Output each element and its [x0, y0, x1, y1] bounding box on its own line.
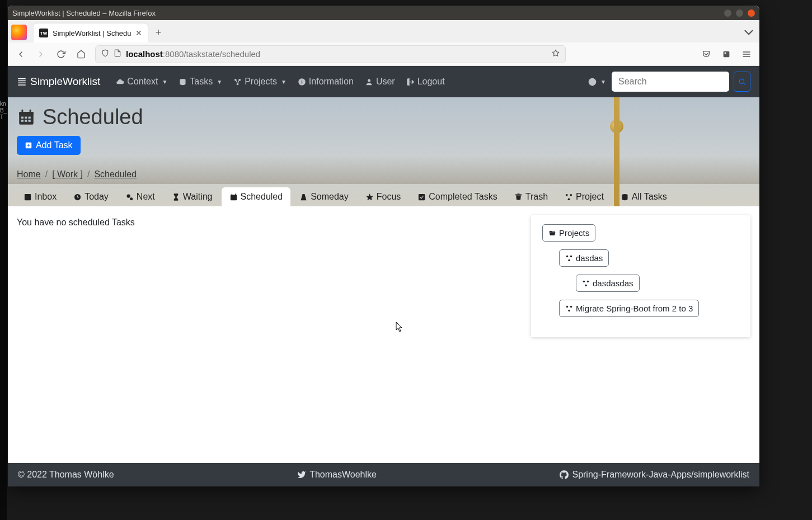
- tab-focus[interactable]: Focus: [358, 187, 409, 206]
- svg-point-59: [568, 309, 570, 311]
- tab-all[interactable]: All Tasks: [613, 187, 675, 206]
- empty-state-text: You have no scheduled Tasks: [8, 206, 531, 464]
- project-node-icon: [565, 254, 573, 262]
- svg-rect-26: [30, 109, 31, 113]
- svg-rect-2: [725, 52, 726, 54]
- svg-point-49: [568, 198, 570, 200]
- nav-context-dropdown[interactable]: Context▼: [110, 66, 173, 97]
- browser-tab-active[interactable]: TW SimpleWorklist | Schedule ✕: [34, 23, 148, 42]
- tab-trash[interactable]: Trash: [506, 187, 556, 206]
- svg-point-51: [566, 255, 569, 257]
- new-tab-button[interactable]: +: [151, 25, 166, 40]
- svg-rect-40: [230, 195, 236, 200]
- footer-github-link[interactable]: Spring-Framework-Java-Apps/simpleworklis…: [560, 470, 749, 480]
- site-info-icon[interactable]: [114, 49, 121, 59]
- tab-next[interactable]: Next: [118, 187, 163, 206]
- add-task-button[interactable]: Add Task: [17, 136, 81, 155]
- svg-line-22: [744, 83, 745, 85]
- clock-icon: [73, 193, 82, 201]
- brand-link[interactable]: SimpleWorklist: [17, 75, 100, 88]
- footer-twitter-link[interactable]: ThomasWoehlke: [297, 470, 377, 480]
- bookmark-star-icon[interactable]: [552, 49, 560, 59]
- window-close-button[interactable]: [748, 10, 755, 17]
- star-icon: [365, 193, 374, 201]
- svg-point-47: [566, 193, 568, 196]
- app-menu-button[interactable]: [738, 46, 755, 63]
- tab-close-icon[interactable]: ✕: [135, 29, 142, 37]
- nav-logout-link[interactable]: Logout: [401, 66, 450, 97]
- svg-rect-44: [419, 193, 425, 200]
- window-maximize-button[interactable]: [736, 10, 743, 17]
- tracking-shield-icon[interactable]: [101, 49, 109, 59]
- nav-reload-button[interactable]: [53, 46, 69, 63]
- svg-rect-42: [235, 193, 236, 195]
- navbar-search-button[interactable]: [734, 72, 750, 92]
- pocket-button[interactable]: [698, 46, 715, 63]
- page-title: Scheduled: [17, 105, 750, 129]
- svg-point-38: [126, 194, 130, 197]
- github-icon: [560, 470, 569, 479]
- nav-back-button[interactable]: [12, 46, 29, 63]
- project-node-icon: [582, 280, 590, 287]
- url-text: localhost:8080/taskstate/scheduled: [126, 49, 260, 59]
- breadcrumb-context[interactable]: [ Work ]: [52, 169, 83, 179]
- calendar-small-icon: [229, 193, 238, 201]
- svg-rect-32: [25, 120, 27, 122]
- svg-rect-6: [18, 78, 26, 79]
- nav-home-button[interactable]: [73, 46, 90, 63]
- nav-forward-button[interactable]: [32, 46, 49, 63]
- project-node-icon: [565, 305, 573, 313]
- svg-rect-1: [724, 51, 730, 57]
- project-item[interactable]: dasdas: [559, 249, 609, 267]
- project-icon: [565, 193, 573, 201]
- projects-panel: Projects dasdas dasdasdas: [531, 215, 750, 337]
- tab-scheduled[interactable]: Scheduled: [222, 187, 291, 206]
- tab-title: SimpleWorklist | Schedule: [53, 29, 131, 37]
- svg-point-52: [570, 255, 572, 257]
- tab-today[interactable]: Today: [65, 187, 116, 206]
- tabs-dropdown-button[interactable]: [741, 25, 756, 40]
- navbar-search-input[interactable]: [612, 72, 729, 92]
- hourglass-icon: [172, 193, 180, 201]
- project-item[interactable]: Migrate Spring-Boot from 2 to 3: [559, 300, 699, 317]
- window-titlebar: SimpleWorklist | Scheduled – Mozilla Fir…: [8, 6, 759, 20]
- svg-point-39: [130, 197, 133, 200]
- svg-rect-9: [18, 84, 26, 86]
- road-icon: [299, 193, 308, 201]
- svg-point-21: [739, 79, 744, 83]
- svg-point-54: [583, 280, 585, 282]
- svg-rect-45: [515, 194, 522, 195]
- svg-rect-28: [21, 116, 24, 119]
- calendar-icon: [17, 108, 36, 127]
- svg-rect-41: [231, 193, 232, 195]
- inbox-icon: [24, 193, 32, 201]
- database-icon: [621, 193, 629, 201]
- taskstate-tabs: Inbox Today Next Waiting Scheduled: [16, 184, 752, 206]
- svg-rect-8: [18, 83, 26, 84]
- nav-language-dropdown[interactable]: ▼: [583, 66, 612, 97]
- svg-marker-0: [552, 50, 559, 56]
- nav-tasks-dropdown[interactable]: Tasks▼: [173, 66, 228, 97]
- tab-project[interactable]: Project: [557, 187, 612, 206]
- nav-information-link[interactable]: Information: [292, 66, 359, 97]
- nav-user-link[interactable]: User: [359, 66, 401, 97]
- tab-someday[interactable]: Someday: [292, 187, 356, 206]
- url-bar[interactable]: localhost:8080/taskstate/scheduled: [95, 45, 566, 63]
- brand-label: SimpleWorklist: [30, 75, 100, 88]
- tab-waiting[interactable]: Waiting: [164, 187, 220, 206]
- svg-point-58: [570, 305, 572, 308]
- tab-inbox[interactable]: Inbox: [16, 187, 64, 206]
- breadcrumb-current[interactable]: Scheduled: [94, 169, 137, 179]
- breadcrumb-home[interactable]: Home: [17, 169, 41, 179]
- tab-completed[interactable]: Completed Tasks: [410, 187, 505, 206]
- svg-rect-7: [18, 81, 26, 82]
- project-item[interactable]: dasdasdas: [576, 275, 640, 292]
- projects-root-button[interactable]: Projects: [542, 224, 595, 242]
- extension-button[interactable]: [718, 46, 735, 63]
- nav-projects-dropdown[interactable]: Projects▼: [228, 66, 292, 97]
- window-minimize-button[interactable]: [724, 10, 731, 17]
- svg-rect-24: [19, 112, 34, 115]
- svg-point-55: [587, 280, 589, 282]
- footer-copyright: © 2022 Thomas Wöhlke: [18, 470, 114, 480]
- svg-rect-29: [25, 116, 27, 119]
